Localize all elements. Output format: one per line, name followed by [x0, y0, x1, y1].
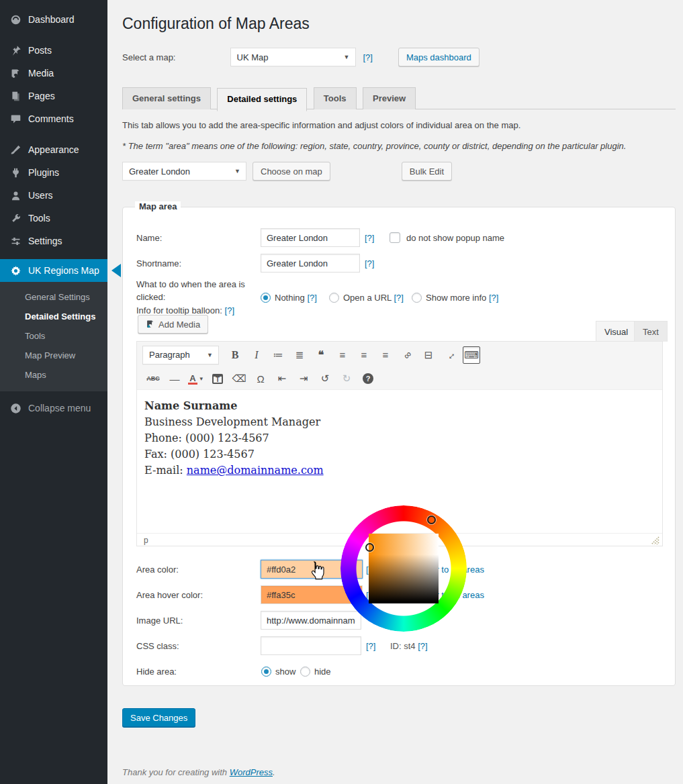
contact-phone: Phone: (000) 123-4567 — [144, 430, 655, 446]
sidebar-item-posts[interactable]: Posts — [0, 39, 107, 62]
tab-detailed-settings[interactable]: Detailed settings — [217, 88, 307, 111]
name-input[interactable] — [261, 228, 360, 247]
map-select[interactable]: UK Map ▼ — [230, 48, 356, 66]
radio-show-dot[interactable] — [261, 667, 271, 677]
id-help-link[interactable]: [?] — [418, 641, 427, 651]
area-hover-color-label: Area hover color: — [136, 590, 203, 600]
bulk-edit-button[interactable]: Bulk Edit — [402, 162, 452, 181]
sidebar-item-label: Tools — [28, 213, 50, 224]
radio-open-url-dot[interactable] — [329, 293, 339, 303]
admin-sidebar: Dashboard Posts Media Pages Comments App… — [0, 0, 107, 784]
sidebar-item-plugins[interactable]: Plugins — [0, 161, 107, 184]
radio-nothing-label: Nothing — [275, 293, 305, 303]
wordpress-link[interactable]: WordPress — [230, 767, 273, 777]
read-more-icon[interactable]: ⊟ — [420, 346, 437, 364]
submenu-item-tools[interactable]: Tools — [0, 326, 107, 346]
maps-dashboard-button[interactable]: Maps dashboard — [398, 48, 480, 66]
radio-show[interactable]: show — [261, 667, 295, 677]
contact-role: Business Development Manager — [144, 414, 655, 430]
name-help-link[interactable]: [?] — [365, 233, 374, 243]
radio-open-url-label: Open a URL — [343, 293, 392, 303]
gear-icon — [9, 264, 22, 277]
css-class-help-link[interactable]: [?] — [366, 641, 375, 651]
css-class-input[interactable] — [261, 636, 361, 655]
submenu-item-detailed-settings[interactable]: Detailed Settings — [0, 307, 107, 326]
sidebar-item-pages[interactable]: Pages — [0, 85, 107, 107]
sidebar-item-users[interactable]: Users — [0, 184, 107, 207]
save-changes-button[interactable]: Save Changes — [122, 708, 195, 727]
sidebar-item-appearance[interactable]: Appearance — [0, 138, 107, 161]
choose-on-map-button[interactable]: Choose on map — [253, 162, 330, 181]
outdent-icon[interactable]: ⇤ — [273, 370, 291, 387]
indent-icon[interactable]: ⇥ — [295, 370, 312, 387]
brush-icon — [9, 143, 22, 156]
clear-formatting-icon[interactable]: ⌫ — [230, 370, 248, 387]
special-character-icon[interactable]: Ω — [252, 370, 269, 387]
paste-as-text-icon[interactable]: T — [209, 370, 226, 387]
contact-email-line: E-mail: name@domainname.com — [144, 462, 655, 479]
sidebar-item-dashboard[interactable]: Dashboard — [0, 8, 107, 31]
shortname-input[interactable] — [261, 254, 360, 273]
strikethrough-icon[interactable]: ABC — [144, 370, 162, 387]
help-icon[interactable]: ? — [359, 370, 377, 387]
sidebar-item-comments[interactable]: Comments — [0, 107, 107, 130]
align-center-icon[interactable]: ≡ — [355, 346, 373, 364]
saturation-marker[interactable] — [365, 543, 374, 552]
add-media-button[interactable]: Add Media — [138, 315, 208, 334]
radio-hide-label: hide — [314, 667, 331, 677]
horizontal-rule-icon[interactable]: — — [166, 370, 183, 387]
collapse-menu-button[interactable]: Collapse menu — [0, 397, 107, 420]
link-icon[interactable]: ∞ — [398, 346, 416, 364]
sidebar-item-media[interactable]: Media — [0, 62, 107, 85]
nothing-help-link[interactable]: [?] — [307, 293, 316, 303]
tab-text[interactable]: Text — [634, 321, 668, 342]
submenu-item-map-preview[interactable]: Map Preview — [0, 346, 107, 365]
radio-hide-dot[interactable] — [300, 667, 310, 677]
align-right-icon[interactable]: ≡ — [377, 346, 394, 364]
hue-marker[interactable] — [427, 516, 436, 524]
color-picker-saturation-square[interactable] — [369, 534, 439, 603]
toolbar-toggle-icon[interactable]: ⌨ — [463, 346, 480, 364]
sidebar-item-settings[interactable]: Settings — [0, 230, 107, 252]
open-url-help-link[interactable]: [?] — [394, 293, 403, 303]
resize-grip-icon[interactable] — [650, 536, 659, 545]
show-more-info-help-link[interactable]: [?] — [489, 293, 498, 303]
bullet-list-icon[interactable]: ≔ — [269, 346, 287, 364]
radio-open-url[interactable]: Open a URL [?] — [329, 293, 404, 303]
text-color-icon[interactable]: A▼ — [187, 370, 205, 387]
email-link[interactable]: name@domainname.com — [187, 464, 324, 477]
fullscreen-icon[interactable]: ↔ — [441, 346, 459, 364]
uk-regions-map-submenu: General Settings Detailed Settings Tools… — [0, 282, 107, 391]
redo-icon[interactable]: ↻ — [338, 370, 355, 387]
radio-show-more-info[interactable]: Show more info [?] — [412, 293, 498, 303]
italic-button[interactable]: I — [248, 346, 265, 364]
image-url-input[interactable] — [261, 611, 361, 630]
radio-hide[interactable]: hide — [300, 667, 331, 677]
shortname-help-link[interactable]: [?] — [365, 258, 374, 268]
submenu-item-general-settings[interactable]: General Settings — [0, 287, 107, 307]
sidebar-item-uk-regions-map[interactable]: UK Regions Map — [0, 259, 107, 282]
tab-general-settings[interactable]: General settings — [122, 87, 211, 109]
bold-button[interactable]: B — [226, 346, 244, 364]
tooltip-help-link[interactable]: [?] — [225, 305, 234, 315]
select-map-label: Select a map: — [122, 52, 176, 62]
radio-show-more-info-dot[interactable] — [412, 293, 422, 303]
area-select[interactable]: Greater London ▼ — [122, 162, 246, 181]
sidebar-item-label: Plugins — [28, 167, 59, 178]
submenu-item-maps[interactable]: Maps — [0, 365, 107, 385]
tab-visual[interactable]: Visual — [596, 321, 637, 342]
radio-nothing[interactable]: Nothing [?] — [261, 293, 317, 303]
numbered-list-icon[interactable]: ≣ — [291, 346, 308, 364]
map-select-help-link[interactable]: [?] — [363, 52, 373, 62]
radio-nothing-dot[interactable] — [261, 293, 271, 303]
sidebar-item-label: Media — [28, 68, 54, 79]
undo-icon[interactable]: ↺ — [316, 370, 334, 387]
do-not-show-popup-checkbox[interactable] — [390, 232, 400, 243]
tab-tools[interactable]: Tools — [314, 87, 357, 109]
tab-preview[interactable]: Preview — [363, 87, 416, 109]
shortname-label: Shortname: — [136, 258, 181, 268]
blockquote-icon[interactable]: ❝ — [312, 346, 330, 364]
align-left-icon[interactable]: ≡ — [334, 346, 351, 364]
sidebar-item-tools[interactable]: Tools — [0, 207, 107, 230]
paragraph-format-select[interactable]: Paragraph ▼ — [142, 346, 219, 364]
